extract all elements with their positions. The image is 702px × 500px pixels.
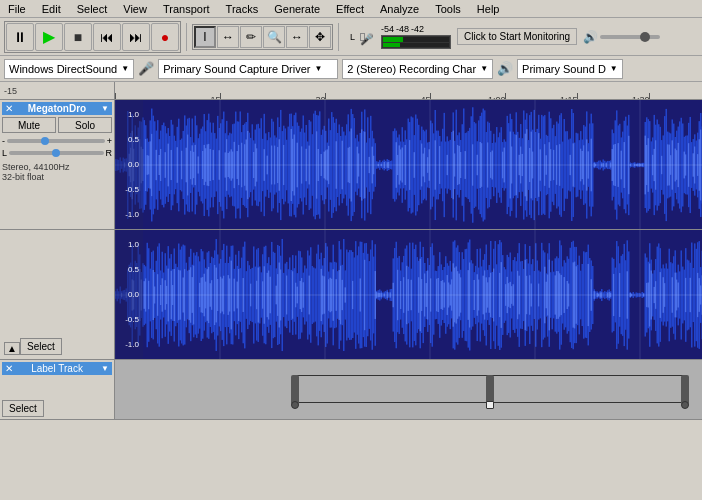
stop-button[interactable]: ■ (64, 23, 92, 51)
menu-item-view[interactable]: View (119, 3, 151, 15)
scroll-up-arrow[interactable]: ▲ (4, 342, 20, 355)
label-track-select-btn[interactable]: Select (2, 400, 44, 417)
audio-host-select[interactable]: Windows DirectSound ▼ (4, 59, 134, 79)
ruler-tick-15: 15 (220, 93, 221, 99)
label-track-close[interactable]: ✕ (5, 363, 13, 374)
vu-fill-l (383, 43, 400, 48)
db-scale: -54 -48 -42 (381, 24, 451, 49)
menu-item-tools[interactable]: Tools (431, 3, 465, 15)
select-tool[interactable]: I (194, 26, 216, 48)
input-dropdown-arrow: ▼ (314, 64, 322, 73)
track-header-bottom: ▲ Select (0, 230, 115, 359)
volume-slider[interactable] (600, 35, 660, 39)
record-button[interactable]: ● (151, 23, 179, 51)
wl-bot-1: 1.0 (117, 240, 141, 249)
mic-icon: 🎤 (360, 33, 374, 46)
mute-button-top[interactable]: Mute (2, 117, 56, 133)
gain-knob-top[interactable] (41, 137, 49, 145)
ruler-tick-130: 1:30 (649, 93, 650, 99)
divider-1 (186, 23, 187, 51)
channels-select[interactable]: 2 (Stereo) Recording Char ▼ (342, 59, 493, 79)
menu-item-tracks[interactable]: Tracks (222, 3, 263, 15)
label-track-header: ✕ Label Track ▼ Select (0, 360, 115, 419)
toolbar: ⏸ ▶ ■ ⏮ ⏭ ● I ↔ ✏ 🔍 ↔ ✥ L 🎤 -54 -48 -42 (0, 18, 702, 56)
host-dropdown-arrow: ▼ (121, 64, 129, 73)
volume-icon: 🔊 (583, 30, 598, 44)
track-arrow-top[interactable]: ▼ (101, 104, 109, 113)
track-close-top[interactable]: ✕ (5, 103, 13, 114)
vu-meter-l-row: L 🎤 (350, 32, 365, 42)
label-track-arrow[interactable]: ▼ (101, 364, 109, 373)
menu-item-analyze[interactable]: Analyze (376, 3, 423, 15)
output-device-select[interactable]: Primary Sound D ▼ (517, 59, 623, 79)
volume-knob[interactable] (640, 32, 650, 42)
ruler-tick-30: 30 (325, 93, 326, 99)
play-button[interactable]: ▶ (35, 23, 63, 51)
monitor-label: Click to Start Monitoring (464, 31, 570, 42)
envelope-tool[interactable]: ↔ (217, 26, 239, 48)
menu-item-file[interactable]: File (4, 3, 30, 15)
input-device-select[interactable]: Primary Sound Capture Driver ▼ (158, 59, 338, 79)
track-name-top: MegatonDro (28, 103, 86, 114)
label-center-handle[interactable] (486, 375, 494, 405)
label-track-name: Label Track (31, 363, 83, 374)
menu-item-generate[interactable]: Generate (270, 3, 324, 15)
track-header-spacer (2, 232, 112, 244)
pause-button[interactable]: ⏸ (6, 23, 34, 51)
transport-controls: ⏸ ▶ ■ ⏮ ⏭ ● (4, 21, 181, 53)
wl-top-m1: -1.0 (117, 210, 141, 219)
waveform-canvas-top (115, 100, 702, 229)
waveform-top[interactable]: 1.0 0.5 0.0 -0.5 -1.0 (115, 100, 702, 229)
wl-bot-m05: -0.5 (117, 315, 141, 324)
wl-top-05: 0.5 (117, 135, 141, 144)
wl-top-0: 0.0 (117, 160, 141, 169)
vu-l-label: L (350, 32, 358, 42)
pan-slider-top[interactable] (9, 151, 103, 155)
audio-host-value: Windows DirectSound (9, 63, 117, 75)
input-device-value: Primary Sound Capture Driver (163, 63, 310, 75)
menu-item-effect[interactable]: Effect (332, 3, 368, 15)
pan-knob-top[interactable] (52, 149, 60, 157)
device-toolbar: Windows DirectSound ▼ 🎤 Primary Sound Ca… (0, 56, 702, 82)
gain-slider-top[interactable] (7, 139, 105, 143)
output-dropdown-arrow: ▼ (610, 64, 618, 73)
monitor-button[interactable]: Click to Start Monitoring (457, 28, 577, 45)
tracks-container: ✕ MegatonDro ▼ Mute Solo - + L (0, 100, 702, 500)
select-button-bottom[interactable]: Select (20, 338, 62, 355)
gain-row-top: - + (2, 136, 112, 146)
menu-item-transport[interactable]: Transport (159, 3, 214, 15)
track-title-bar-top: ✕ MegatonDro ▼ (2, 102, 112, 115)
audio-track-top: ✕ MegatonDro ▼ Mute Solo - + L (0, 100, 702, 230)
menu-item-help[interactable]: Help (473, 3, 504, 15)
solo-button-top[interactable]: Solo (58, 117, 112, 133)
skip-start-button[interactable]: ⏮ (93, 23, 121, 51)
draw-tool[interactable]: ✏ (240, 26, 262, 48)
ruler-scale[interactable]: 0 15 30 45 1:00 1:15 1:30 (115, 82, 702, 99)
wl-top-1: 1.0 (117, 110, 141, 119)
gain-minus-top: - (2, 136, 5, 146)
timeshift-tool[interactable]: ↔ (286, 26, 308, 48)
audio-track-bottom: ▲ Select 1.0 0.5 0.0 -0.5 -1.0 (0, 230, 702, 360)
multi-tool[interactable]: ✥ (309, 26, 331, 48)
skip-end-button[interactable]: ⏭ (122, 23, 150, 51)
label-right-handle[interactable] (681, 375, 689, 405)
menubar: FileEditSelectViewTransportTracksGenerat… (0, 0, 702, 18)
channels-value: 2 (Stereo) Recording Char (347, 63, 476, 75)
waveform-labels-bottom: 1.0 0.5 0.0 -0.5 -1.0 (115, 230, 143, 359)
label-track-content[interactable] (115, 360, 702, 419)
ruler-left-pad: -15 (0, 82, 115, 99)
main-content: ✕ MegatonDro ▼ Mute Solo - + L (0, 100, 702, 500)
db-labels: -54 -48 -42 (381, 24, 451, 34)
volume-control: 🔊 (583, 30, 660, 44)
speaker-icon: 🔊 (497, 61, 513, 76)
label-track-title-bar: ✕ Label Track ▼ (2, 362, 112, 375)
track-info-top: Stereo, 44100Hz 32-bit float (2, 162, 112, 182)
vu-bar-r (383, 37, 449, 42)
menu-item-edit[interactable]: Edit (38, 3, 65, 15)
zoom-tool[interactable]: 🔍 (263, 26, 285, 48)
waveform-bottom[interactable]: 1.0 0.5 0.0 -0.5 -1.0 (115, 230, 702, 359)
label-left-handle[interactable] (291, 375, 299, 405)
label-track-select-area: Select (2, 377, 112, 417)
menu-item-select[interactable]: Select (73, 3, 112, 15)
select-area-bottom: ▲ Select (2, 246, 112, 357)
